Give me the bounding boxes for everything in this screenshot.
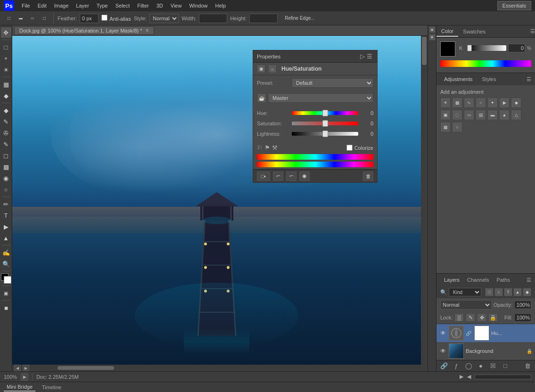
background-color[interactable] [4, 276, 11, 284]
filter-kind-select[interactable]: Kind [449, 288, 481, 296]
filter-smart-button[interactable]: ◆ [523, 288, 531, 296]
healing-brush-tool[interactable]: ◆ [1, 105, 11, 115]
filter-type-button[interactable]: T [504, 288, 512, 296]
essentials-button[interactable]: Essentials [497, 1, 531, 10]
curves-adj[interactable]: ∿ [464, 98, 474, 108]
horizontal-scrollbar[interactable]: ◀ ▶ [12, 365, 421, 371]
move-tool[interactable]: ✥ [1, 27, 11, 38]
history-brush-tool[interactable]: ✎ [1, 139, 11, 149]
add-mask-button[interactable]: ◯ [464, 361, 473, 371]
anti-alias-checkbox[interactable] [101, 15, 107, 21]
lasso-tool[interactable]: ⚬ [1, 53, 11, 64]
vibrance-adj[interactable]: ✦ [487, 98, 498, 108]
brightness-contrast-adj[interactable]: ☀ [440, 98, 451, 108]
k-slider[interactable] [468, 45, 506, 51]
levels-adj[interactable]: ▩ [452, 98, 462, 108]
marquee-tool[interactable]: □ [1, 42, 11, 52]
hue-sat-adj[interactable]: ▶ [499, 98, 510, 108]
opacity-input[interactable] [514, 301, 531, 309]
lock-position-button[interactable]: ✥ [477, 313, 486, 322]
exposure-adj[interactable]: ○ [476, 98, 486, 108]
crop-button[interactable]: □ [39, 13, 49, 24]
adj-menu-button[interactable]: ☰ [527, 76, 531, 82]
width-input[interactable] [199, 14, 227, 23]
blur-tool[interactable]: ◉ [1, 173, 11, 183]
path-select-tool[interactable]: ▶ [1, 221, 11, 232]
style-select[interactable]: Normal [149, 14, 179, 23]
menu-layer[interactable]: Layer [73, 2, 92, 9]
preset-select[interactable]: Default [292, 78, 373, 88]
k-slider-thumb[interactable] [467, 45, 472, 51]
new-group-button[interactable]: ☒ [488, 361, 498, 371]
quick-mask-tool[interactable]: ▣ [1, 288, 11, 298]
screen-mode-tool[interactable]: ◼ [1, 302, 11, 313]
channel-mixer-adj[interactable]: ▭ [464, 110, 474, 120]
lock-image-button[interactable]: ✎ [466, 313, 475, 322]
shape-tool[interactable]: ▲ [1, 233, 11, 243]
prop-icon-mask[interactable]: ▣ [257, 65, 265, 73]
prop-icon-adj[interactable]: ☼ [268, 65, 277, 73]
color-lookup-adj[interactable]: ▤ [476, 110, 486, 120]
eyedropper-add-button[interactable]: ⚑ [264, 144, 270, 151]
photo-filter-adj[interactable]: ◌ [452, 110, 462, 120]
menu-type[interactable]: Type [94, 2, 111, 9]
reset-button[interactable]: ⤺ [286, 172, 296, 181]
menu-select[interactable]: Select [113, 2, 133, 9]
zoom-menu-button[interactable]: ▶ [21, 373, 28, 381]
menu-edit[interactable]: Edit [35, 2, 49, 9]
horizontal-scrollbar-thumb[interactable] [58, 366, 114, 370]
finger-icon[interactable]: ☕ [257, 93, 266, 103]
delete-button[interactable]: 🗑 [363, 172, 373, 181]
rectangular-marquee-button[interactable]: □ [4, 13, 14, 24]
eyedropper-normal-button[interactable]: ⚐ [257, 144, 263, 151]
foreground-swatch[interactable] [440, 41, 455, 57]
scroll-left-button[interactable]: ◀ [14, 365, 21, 371]
link-layers-button[interactable]: 🔗 [439, 361, 449, 371]
k-value-input[interactable] [508, 44, 525, 52]
tab-color[interactable]: Color [436, 26, 458, 37]
vertical-scrollbar[interactable] [421, 36, 428, 371]
height-input[interactable] [249, 14, 278, 23]
delete-layer-button[interactable]: 🗑 [523, 361, 532, 371]
add-layer-style-button[interactable]: ƒ [452, 361, 461, 371]
eraser-tool[interactable]: ◻ [1, 150, 11, 161]
foreground-background-colors[interactable] [1, 273, 11, 284]
menu-file[interactable]: File [19, 2, 33, 9]
refine-edge-button[interactable]: Refine Edge... [280, 13, 319, 24]
filter-shape-button[interactable]: ▲ [513, 288, 522, 296]
quick-select-tool[interactable]: ☀ [1, 65, 11, 75]
new-layer-button[interactable]: □ [501, 361, 510, 371]
lock-all-button[interactable]: 🔒 [488, 313, 498, 322]
gradient-tool[interactable]: ▩ [1, 162, 11, 172]
selective-color-adj[interactable]: ○ [452, 122, 462, 132]
tab-close-button[interactable]: ✕ [145, 28, 149, 33]
mini-btn-2[interactable]: ▼ [429, 34, 436, 41]
tab-channels[interactable]: Channels [463, 276, 493, 284]
menu-image[interactable]: Image [51, 2, 72, 9]
tab-swatches[interactable]: Swatches [458, 27, 490, 36]
zoom-tool[interactable]: 🔍 [1, 259, 11, 269]
clip-to-layer-button[interactable]: □▪ [257, 172, 270, 181]
dodge-tool[interactable]: ○ [1, 184, 11, 195]
clone-stamp-tool[interactable]: ✇ [1, 128, 11, 138]
color-balance-adj[interactable]: ◆ [511, 98, 521, 108]
gradient-map-adj[interactable]: ▩ [440, 122, 451, 132]
tab-paths[interactable]: Paths [493, 276, 514, 284]
layer-background[interactable]: 👁 Background 🔒 [436, 342, 535, 360]
pen-tool[interactable]: ✏ [1, 199, 11, 209]
black-white-adj[interactable]: ▣ [440, 110, 451, 120]
filter-adj-button[interactable]: ○ [494, 288, 503, 296]
invert-adj[interactable]: ▬ [487, 110, 498, 120]
scroll-right-button[interactable]: ▶ [23, 365, 29, 371]
menu-help[interactable]: Help [213, 2, 229, 9]
layer-visibility-eye-1[interactable]: 👁 [439, 329, 447, 337]
menu-view[interactable]: View [168, 2, 185, 9]
view-prev-button[interactable]: ⤺ [273, 172, 283, 181]
crop-tool[interactable]: ▦ [1, 79, 11, 90]
channel-select[interactable]: Master [268, 93, 373, 103]
properties-menu-button[interactable]: ☰ [366, 52, 373, 61]
properties-expand-button[interactable]: ▷ [359, 52, 366, 61]
tab-layers[interactable]: Layers [440, 276, 463, 284]
single-col-button[interactable]: ▭ [27, 13, 38, 24]
play-button[interactable]: ▶ [460, 374, 463, 380]
